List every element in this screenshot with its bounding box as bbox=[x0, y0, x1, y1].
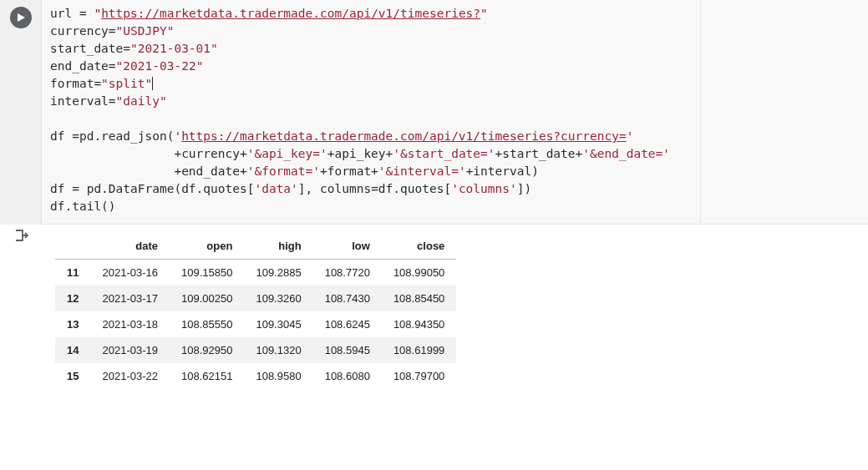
play-icon bbox=[16, 13, 26, 23]
cell: 108.79700 bbox=[382, 363, 456, 389]
cell: 108.9580 bbox=[244, 363, 312, 389]
output-indicator-icon bbox=[13, 228, 28, 246]
cell: 108.94350 bbox=[382, 311, 456, 337]
cell: 2021-03-19 bbox=[90, 337, 170, 363]
cell: 2021-03-17 bbox=[90, 286, 170, 311]
row-index: 12 bbox=[55, 286, 90, 311]
cell: 108.85550 bbox=[170, 311, 244, 337]
cell: 108.92950 bbox=[170, 337, 244, 363]
cell: 2021-03-18 bbox=[90, 311, 170, 337]
row-index: 14 bbox=[55, 337, 90, 363]
table-header-row: date open high low close bbox=[55, 233, 456, 260]
cell: 109.3260 bbox=[244, 286, 312, 311]
cell: 108.7430 bbox=[313, 286, 382, 311]
code-editor[interactable]: url = "https://marketdata.tradermade.com… bbox=[42, 0, 868, 225]
output-cell: date open high low close 11 2021-03-16 1… bbox=[0, 225, 868, 402]
text-cursor bbox=[152, 77, 153, 90]
cell: 108.62151 bbox=[170, 363, 244, 389]
run-button[interactable] bbox=[10, 7, 32, 28]
index-header bbox=[55, 233, 90, 260]
cell: 2021-03-16 bbox=[90, 260, 170, 286]
cell: 108.5945 bbox=[313, 337, 382, 363]
table-row: 14 2021-03-19 108.92950 109.1320 108.594… bbox=[55, 337, 456, 363]
col-header: close bbox=[382, 233, 456, 260]
row-index: 15 bbox=[55, 363, 90, 389]
col-header: date bbox=[90, 233, 170, 260]
code-content: url = "https://marketdata.tradermade.com… bbox=[50, 5, 860, 215]
cell: 109.3045 bbox=[244, 311, 312, 337]
cell: 109.15850 bbox=[170, 260, 244, 286]
cell: 108.6080 bbox=[313, 363, 382, 389]
output-area: date open high low close 11 2021-03-16 1… bbox=[42, 225, 868, 402]
col-header: low bbox=[313, 233, 382, 260]
table-row: 13 2021-03-18 108.85550 109.3045 108.624… bbox=[55, 311, 456, 337]
table-row: 12 2021-03-17 109.00250 109.3260 108.743… bbox=[55, 286, 456, 311]
cell: 108.61999 bbox=[382, 337, 456, 363]
cell: 108.99050 bbox=[382, 260, 456, 286]
dataframe-table: date open high low close 11 2021-03-16 1… bbox=[55, 233, 456, 389]
cell: 108.6245 bbox=[313, 311, 382, 337]
table-row: 11 2021-03-16 109.15850 109.2885 108.772… bbox=[55, 260, 456, 286]
cell: 108.85450 bbox=[382, 286, 456, 311]
input-gutter bbox=[0, 0, 42, 225]
cell: 109.00250 bbox=[170, 286, 244, 311]
readjson-url-link[interactable]: https://marketdata.tradermade.com/api/v1… bbox=[181, 129, 627, 143]
row-index: 11 bbox=[55, 260, 90, 286]
cell: 109.1320 bbox=[244, 337, 312, 363]
cell: 109.2885 bbox=[244, 260, 312, 286]
output-gutter bbox=[0, 225, 42, 402]
url-link[interactable]: https://marketdata.tradermade.com/api/v1… bbox=[101, 7, 480, 20]
row-index: 13 bbox=[55, 311, 90, 337]
col-header: open bbox=[170, 233, 244, 260]
code-cell: url = "https://marketdata.tradermade.com… bbox=[0, 0, 868, 225]
cell: 2021-03-22 bbox=[90, 363, 170, 389]
cell: 108.7720 bbox=[313, 260, 382, 286]
col-header: high bbox=[244, 233, 312, 260]
table-row: 15 2021-03-22 108.62151 108.9580 108.608… bbox=[55, 363, 456, 389]
